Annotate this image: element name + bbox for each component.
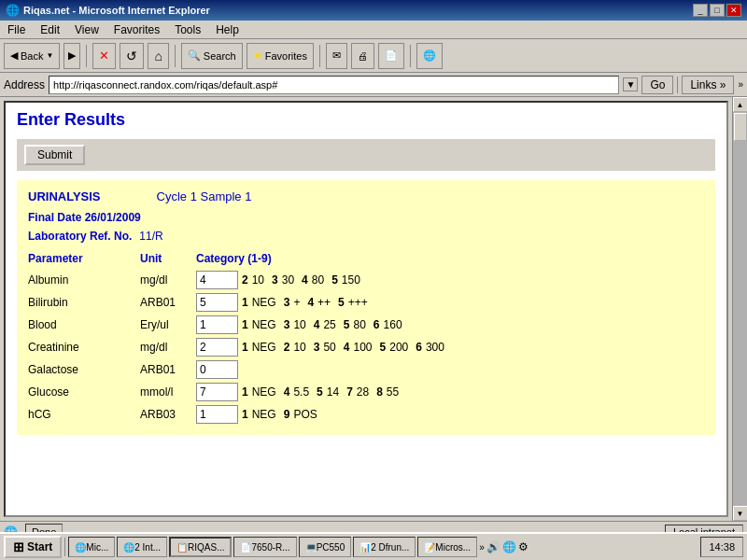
tray-icon-3: ⚙	[518, 540, 529, 553]
forward-button[interactable]: ▶	[63, 43, 80, 69]
stop-button[interactable]: ✕	[92, 43, 116, 69]
section-info: Cycle 1 Sample 1	[157, 189, 252, 203]
menu-tools[interactable]: Tools	[171, 22, 204, 37]
param-input-creatinine[interactable]	[196, 338, 238, 357]
close-button[interactable]: ✕	[726, 4, 741, 17]
scroll-down-button[interactable]: ▼	[733, 506, 748, 521]
param-name-blood: Blood	[28, 318, 140, 331]
scroll-thumb[interactable]	[734, 113, 747, 141]
minimize-button[interactable]: _	[693, 4, 708, 17]
submit-area: Submit	[17, 139, 715, 171]
toolbar: ◀ Back ▼ ▶ ✕ ↺ ⌂ 🔍 Search ★ Favorites ✉ …	[0, 39, 747, 73]
refresh-button[interactable]: ↺	[120, 43, 144, 69]
section-header: URINALYSIS Cycle 1 Sample 1	[28, 189, 704, 203]
address-input[interactable]	[49, 76, 619, 94]
param-categories-blood: 1NEG 310 425 580 6160	[242, 318, 402, 331]
param-input-blood[interactable]	[196, 315, 238, 334]
ref-label: Laboratory Ref. No.	[28, 230, 132, 243]
search-button[interactable]: 🔍 Search	[181, 43, 243, 69]
maximize-button[interactable]: □	[710, 4, 725, 17]
tray-icon-1: 🔊	[486, 540, 500, 553]
menu-file[interactable]: File	[4, 22, 29, 37]
star-icon: ★	[253, 49, 262, 62]
param-categories-glucose: 1NEG 45.5 514 728 855	[242, 385, 399, 399]
tray-icon-2: 🌐	[502, 540, 516, 553]
clock: 14:38	[700, 537, 743, 557]
back-icon: ◀	[10, 49, 18, 62]
section-title: URINALYSIS	[28, 189, 101, 203]
param-unit-albumin: mg/dl	[140, 273, 196, 287]
search-icon: 🔍	[188, 49, 201, 62]
param-input-glucose[interactable]	[196, 383, 238, 401]
expand-icon[interactable]: »	[738, 79, 743, 90]
home-icon: ⌂	[154, 49, 162, 63]
taskbar: ⊞ Start 🌐 Mic... 🌐 2 Int... 📋 RIQAS... 📄…	[0, 532, 747, 560]
taskbar-btn-6[interactable]: 📊 2 Dfrun...	[353, 537, 416, 557]
menu-favorites[interactable]: Favorites	[110, 22, 163, 37]
taskbar-btn-1[interactable]: 🌐 Mic...	[68, 537, 115, 557]
ie2-icon: 🌐	[123, 542, 134, 553]
scroll-up-button[interactable]: ▲	[733, 97, 748, 112]
submit-button[interactable]: Submit	[24, 145, 85, 165]
forward-icon: ▶	[68, 49, 76, 62]
final-date: Final Date 26/01/2009	[28, 211, 704, 224]
print-button[interactable]: 🖨	[351, 43, 374, 69]
table-row: Galactose ARB01	[28, 358, 704, 381]
riqas-icon: 📋	[176, 542, 188, 553]
header-category: Category (1-9)	[196, 252, 308, 265]
table-row: Bilirubin ARB01 1NEG 3+ 4++ 5+++	[28, 291, 704, 314]
param-header: Parameter Unit Category (1-9)	[28, 252, 704, 265]
header-parameter: Parameter	[28, 252, 140, 265]
links-button[interactable]: Links »	[682, 76, 734, 94]
param-input-albumin[interactable]	[196, 271, 238, 289]
menu-view[interactable]: View	[71, 22, 103, 37]
start-button[interactable]: ⊞ Start	[4, 536, 62, 558]
browser-icon: 🌐	[6, 4, 20, 17]
go-button[interactable]: Go	[641, 76, 673, 94]
scrollbar[interactable]: ▲ ▼	[732, 97, 747, 521]
msn-button[interactable]: 🌐	[416, 43, 443, 69]
header-unit: Unit	[140, 252, 196, 265]
address-label: Address	[4, 78, 45, 91]
taskbar-btn-7[interactable]: 📝 Micros...	[417, 537, 477, 557]
taskbar-btn-3[interactable]: 📋 RIQAS...	[169, 537, 232, 557]
param-name-albumin: Albumin	[28, 273, 140, 287]
param-name-creatinine: Creatinine	[28, 341, 140, 354]
menu-help[interactable]: Help	[212, 22, 243, 37]
param-input-galactose[interactable]	[196, 360, 238, 379]
ref-value: 11/R	[139, 230, 162, 243]
table-row: hCG ARB03 1NEG 9POS	[28, 403, 704, 426]
media-button[interactable]: 📄	[378, 43, 404, 69]
param-name-bilirubin: Bilirubin	[28, 296, 140, 309]
taskbar-btn-2[interactable]: 🌐 2 Int...	[117, 537, 167, 557]
param-unit-hcg: ARB03	[140, 408, 196, 421]
msn-icon: 🌐	[423, 49, 436, 62]
pc550-icon: 💻	[305, 542, 317, 553]
home-button[interactable]: ⌂	[148, 43, 168, 69]
param-name-glucose: Glucose	[28, 385, 140, 399]
windows-icon: ⊞	[13, 539, 24, 554]
param-input-hcg[interactable]	[196, 405, 238, 424]
menu-edit[interactable]: Edit	[36, 22, 63, 37]
table-row: Creatinine mg/dl 1NEG 210 350 4100 5200 …	[28, 336, 704, 358]
scroll-track[interactable]	[733, 112, 748, 506]
title-bar: 🌐 Riqas.net - Microsoft Internet Explore…	[0, 0, 747, 21]
back-button[interactable]: ◀ Back ▼	[4, 43, 60, 69]
separator-addr	[677, 77, 678, 93]
param-name-galactose: Galactose	[28, 363, 140, 376]
menu-bar: File Edit View Favorites Tools Help	[0, 21, 747, 39]
address-dropdown-icon[interactable]: ▼	[623, 77, 638, 91]
param-unit-creatinine: mg/dl	[140, 341, 196, 354]
param-unit-blood: Ery/ul	[140, 318, 196, 331]
param-categories-hcg: 1NEG 9POS	[242, 408, 317, 421]
param-categories-creatinine: 1NEG 210 350 4100 5200 6300	[242, 341, 444, 354]
taskbar-overflow[interactable]: »	[479, 542, 485, 553]
taskbar-btn-4[interactable]: 📄 7650-R...	[233, 537, 296, 557]
separator-1	[86, 45, 87, 67]
mail-icon: ✉	[332, 49, 341, 62]
favorites-button[interactable]: ★ Favorites	[247, 43, 314, 69]
taskbar-btn-5[interactable]: 💻 PC550	[299, 537, 352, 557]
mail-button[interactable]: ✉	[326, 43, 347, 69]
table-row: Blood Ery/ul 1NEG 310 425 580 6160	[28, 314, 704, 336]
param-input-bilirubin[interactable]	[196, 293, 238, 312]
